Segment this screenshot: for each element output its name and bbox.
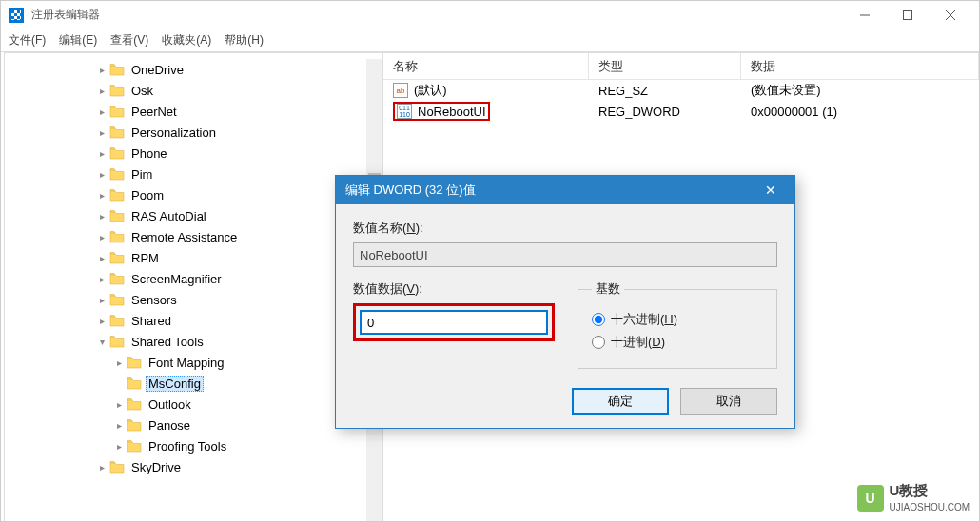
tree-item[interactable]: ▸ScreenMagnifier bbox=[5, 268, 366, 289]
svg-rect-1 bbox=[903, 10, 911, 19]
menu-view[interactable]: 查看(V) bbox=[110, 32, 148, 48]
tree-twisty-icon[interactable]: ▸ bbox=[94, 106, 109, 117]
close-button[interactable] bbox=[929, 1, 971, 29]
cancel-button[interactable]: 取消 bbox=[680, 388, 777, 415]
radix-legend: 基数 bbox=[592, 280, 624, 298]
value-name-field bbox=[353, 242, 777, 267]
tree-item-label: Remote Assistance bbox=[128, 230, 240, 244]
tree-twisty-icon[interactable]: ▸ bbox=[94, 148, 109, 159]
tree-item-label: MsConfig bbox=[146, 376, 204, 392]
list-row[interactable]: ab(默认)REG_SZ(数值未设置) bbox=[383, 80, 979, 101]
maximize-button[interactable] bbox=[886, 1, 929, 29]
tree-twisty-icon[interactable]: ▸ bbox=[94, 462, 109, 473]
radix-dec-option[interactable]: 十进制(D) bbox=[592, 334, 763, 351]
list-rows: ab(默认)REG_SZ(数值未设置)011110NoRebootUIREG_D… bbox=[383, 80, 979, 122]
tree-item[interactable]: ▸Sensors bbox=[5, 289, 366, 310]
tree-twisty-icon[interactable]: ▸ bbox=[111, 420, 127, 431]
tree-item[interactable]: ▸Remote Assistance bbox=[5, 226, 366, 247]
tree-item-label: Phone bbox=[128, 146, 170, 161]
col-data[interactable]: 数据 bbox=[741, 53, 979, 79]
tree-twisty-icon[interactable]: ▸ bbox=[94, 316, 109, 326]
tree-twisty-icon[interactable]: ▸ bbox=[111, 441, 127, 452]
value-data: 0x00000001 (1) bbox=[741, 105, 979, 119]
watermark-text: U教授 UJIAOSHOU.COM bbox=[890, 482, 970, 513]
list-row[interactable]: 011110NoRebootUIREG_DWORD0x00000001 (1) bbox=[383, 101, 979, 122]
tree-twisty-icon[interactable]: ▸ bbox=[94, 65, 109, 75]
radix-hex-option[interactable]: 十六进制(H) bbox=[592, 311, 763, 328]
tree-item[interactable]: ▸RPM bbox=[5, 247, 366, 268]
tree-twisty-icon[interactable]: ▸ bbox=[94, 253, 109, 263]
tree-item-label: Osk bbox=[128, 84, 156, 98]
value-data: (数值未设置) bbox=[741, 82, 979, 99]
tree-twisty-icon[interactable]: ▸ bbox=[94, 274, 109, 284]
radix-fieldset: 基数 十六进制(H) 十进制(D) bbox=[578, 280, 777, 369]
tree-item-label: Pim bbox=[128, 167, 155, 182]
regsz-icon: ab bbox=[393, 83, 408, 98]
tree-item-label: Personalization bbox=[128, 126, 219, 140]
tree-item-label: Shared Tools bbox=[128, 335, 206, 349]
tree-twisty-icon[interactable]: ▸ bbox=[94, 86, 109, 96]
tree-item-label: OneDrive bbox=[128, 63, 186, 77]
tree-panel: ▸OneDrive▸Osk▸PeerNet▸Personalization▸Ph… bbox=[5, 52, 382, 521]
value-name-highlight: 011110NoRebootUI bbox=[393, 102, 490, 121]
tree-item-label: SkyDrive bbox=[128, 460, 184, 474]
list-header: 名称 类型 数据 bbox=[383, 53, 979, 80]
col-type[interactable]: 类型 bbox=[589, 53, 741, 79]
tree-twisty-icon[interactable]: ▸ bbox=[94, 127, 109, 138]
tree-item-label: Poom bbox=[128, 188, 167, 203]
tree-twisty-icon[interactable]: ▾ bbox=[94, 337, 109, 347]
tree-item[interactable]: ▸Personalization bbox=[5, 122, 366, 143]
tree-item[interactable]: ▸Poom bbox=[5, 184, 366, 205]
tree-twisty-icon[interactable]: ▸ bbox=[94, 169, 109, 180]
ok-button[interactable]: 确定 bbox=[572, 388, 669, 415]
menu-file[interactable]: 文件(F) bbox=[9, 32, 46, 48]
watermark: U U教授 UJIAOSHOU.COM bbox=[857, 482, 970, 513]
menu-favorites[interactable]: 收藏夹(A) bbox=[162, 32, 211, 48]
tree-item-label: Proofing Tools bbox=[146, 439, 229, 454]
app-icon bbox=[9, 8, 24, 23]
dialog-titlebar[interactable]: 编辑 DWORD (32 位)值 ✕ bbox=[336, 176, 794, 204]
tree-item[interactable]: ▸Panose bbox=[5, 415, 366, 435]
tree-twisty-icon[interactable]: ▸ bbox=[94, 211, 109, 222]
menu-help[interactable]: 帮助(H) bbox=[225, 32, 264, 48]
tree-item-label: ScreenMagnifier bbox=[128, 272, 225, 286]
tree-item[interactable]: ▸OneDrive bbox=[5, 59, 366, 80]
tree-item-label: PeerNet bbox=[128, 105, 180, 119]
tree-twisty-icon[interactable]: ▸ bbox=[94, 190, 109, 201]
menubar: 文件(F) 编辑(E) 查看(V) 收藏夹(A) 帮助(H) bbox=[1, 29, 979, 52]
tree-item[interactable]: ▸RAS AutoDial bbox=[5, 205, 366, 226]
tree-item[interactable]: ▸PeerNet bbox=[5, 101, 366, 122]
tree-item-label: RAS AutoDial bbox=[128, 209, 209, 223]
radix-hex-radio[interactable] bbox=[592, 313, 605, 326]
tree-twisty-icon[interactable]: ▸ bbox=[111, 399, 127, 410]
dialog-close-button[interactable]: ✕ bbox=[756, 183, 785, 198]
menu-edit[interactable]: 编辑(E) bbox=[59, 32, 97, 48]
tree-twisty-icon[interactable]: ▸ bbox=[94, 232, 109, 242]
minimize-button[interactable] bbox=[843, 1, 886, 29]
tree-item-label: Panose bbox=[146, 418, 193, 433]
tree-item[interactable]: ▸Shared bbox=[5, 310, 366, 331]
dword-icon: 011110 bbox=[397, 104, 412, 119]
tree-item[interactable]: ▾Shared Tools bbox=[5, 331, 366, 352]
watermark-badge: U bbox=[857, 485, 884, 512]
radix-dec-radio[interactable] bbox=[592, 336, 605, 349]
tree-item[interactable]: ▸Proofing Tools bbox=[5, 435, 366, 456]
tree-item[interactable]: ▸Outlook bbox=[5, 394, 366, 415]
value-name: (默认) bbox=[414, 82, 447, 99]
tree-item[interactable]: ▸SkyDrive bbox=[5, 456, 366, 477]
tree-item[interactable]: MsConfig bbox=[5, 373, 366, 394]
value-data-highlight bbox=[353, 303, 555, 341]
value-data-field[interactable] bbox=[360, 310, 548, 335]
tree-twisty-icon[interactable]: ▸ bbox=[94, 295, 109, 305]
value-type: REG_SZ bbox=[589, 84, 741, 98]
tree-item[interactable]: ▸Phone bbox=[5, 143, 366, 164]
dialog-body: 数值名称(N): 数值数据(V): 基数 十六进制(H) 十进制(D) bbox=[336, 204, 794, 428]
tree-item[interactable]: ▸Pim bbox=[5, 164, 366, 184]
tree-item[interactable]: ▸Font Mapping bbox=[5, 352, 366, 373]
col-name[interactable]: 名称 bbox=[383, 53, 589, 79]
tree-twisty-icon[interactable]: ▸ bbox=[111, 358, 127, 368]
edit-dword-dialog: 编辑 DWORD (32 位)值 ✕ 数值名称(N): 数值数据(V): 基数 … bbox=[335, 175, 795, 429]
tree-item-label: Outlook bbox=[146, 397, 194, 412]
window-controls bbox=[843, 1, 971, 29]
tree-item[interactable]: ▸Osk bbox=[5, 80, 366, 101]
